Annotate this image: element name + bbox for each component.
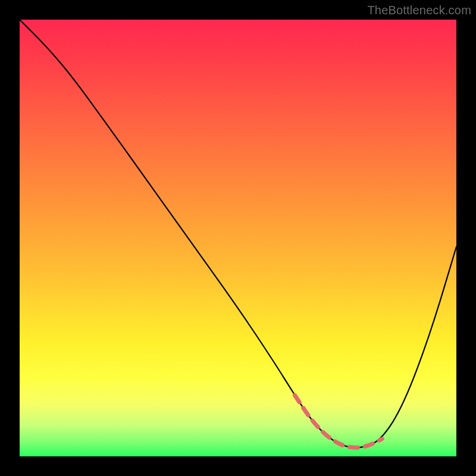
bottleneck-curve <box>20 20 456 447</box>
bottleneck-highlight <box>295 395 382 447</box>
watermark: TheBottleneck.com <box>367 4 471 17</box>
plot-area <box>20 20 456 456</box>
curve-svg <box>20 20 456 456</box>
chart-frame: TheBottleneck.com <box>0 0 476 476</box>
